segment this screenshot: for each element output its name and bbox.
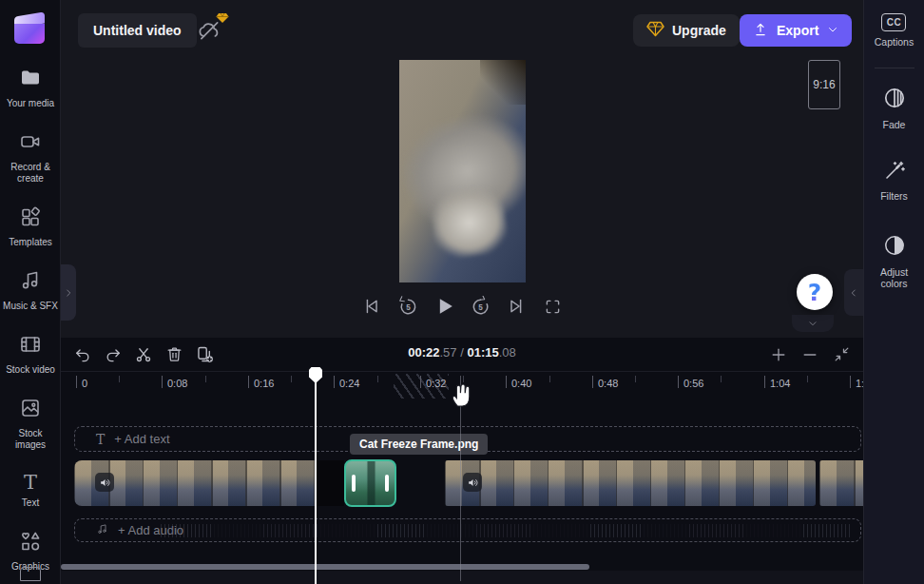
total-frac: .08 <box>499 345 516 360</box>
skip-to-start-button[interactable] <box>360 295 384 319</box>
ruler-tick <box>850 376 851 388</box>
panel-item-fade[interactable]: Fade <box>882 86 907 131</box>
collapse-help-tab[interactable] <box>792 315 834 332</box>
main-area: Untitled video Upgrade Export <box>61 0 863 584</box>
ruler-tick <box>76 376 77 388</box>
play-button[interactable] <box>433 295 456 319</box>
premium-gem-icon <box>216 10 229 22</box>
export-button[interactable]: Export <box>740 14 852 47</box>
zoom-out-button[interactable] <box>799 344 820 365</box>
ruler-label: 0 <box>82 378 87 389</box>
sidebar-item-music-sfx[interactable]: Music & SFX <box>0 269 61 312</box>
export-label: Export <box>777 23 818 38</box>
timecode: 00:22.57 / 01:15.08 <box>408 345 516 360</box>
forward-5s-button[interactable]: 5 <box>469 295 492 319</box>
panel-divider <box>875 68 914 68</box>
video-clip-3[interactable] <box>819 460 863 506</box>
sidebar-item-label: Stock images <box>3 428 58 451</box>
panel-item-adjust-colors[interactable]: Adjust colors <box>868 233 921 290</box>
sidebar-item-stock-video[interactable]: Stock video <box>0 333 61 376</box>
panel-item-label: Adjust colors <box>868 266 921 290</box>
add-audio-track[interactable]: + Add audio <box>74 518 861 542</box>
clipchamp-logo-icon[interactable] <box>14 11 47 44</box>
shapes-icon <box>19 530 42 556</box>
aspect-ratio-label: 9:16 <box>813 78 835 91</box>
trim-handle-right[interactable] <box>385 475 389 492</box>
video-clip-1[interactable] <box>74 460 316 506</box>
ruler-minor-tick <box>205 376 206 382</box>
add-text-label: + Add text <box>114 432 169 446</box>
split-button[interactable] <box>133 344 154 365</box>
duplicate-button[interactable] <box>194 344 215 365</box>
upgrade-label: Upgrade <box>672 23 726 38</box>
undo-button[interactable] <box>72 344 93 365</box>
sidebar-item-text[interactable]: T Text <box>0 472 61 509</box>
selected-freeze-frame-clip[interactable] <box>344 459 396 507</box>
cat-head <box>428 185 510 261</box>
panel-item-label: Captions <box>875 36 914 49</box>
sidebar-item-templates[interactable]: Templates <box>0 205 61 248</box>
rewind-5s-button[interactable]: 5 <box>396 295 420 319</box>
panel-item-captions[interactable]: CC Captions <box>875 13 914 49</box>
current-time: 00:22 <box>408 345 439 360</box>
upgrade-button[interactable]: Upgrade <box>633 14 740 47</box>
filmstrip-icon <box>19 333 42 360</box>
video-preview[interactable] <box>399 60 526 282</box>
video-clip-2[interactable] <box>445 460 816 506</box>
aspect-ratio-button[interactable]: 9:16 <box>808 60 840 109</box>
ruler-tick <box>420 376 421 388</box>
clip-tooltip: Cat Freeze Frame.png <box>350 434 488 455</box>
sidebar-item-label: Stock video <box>6 364 55 376</box>
ruler-label: 0:16 <box>254 378 274 389</box>
panel-item-filters[interactable]: Filters <box>880 159 908 203</box>
adjust-colors-icon <box>882 233 907 262</box>
ruler-minor-tick <box>635 376 636 382</box>
sidebar-item-label: Record & create <box>3 162 58 185</box>
sidebar-item-stock-images[interactable]: Stock images <box>0 397 61 451</box>
timeline-toolbar: 00:22.57 / 01:15.08 <box>61 338 863 371</box>
captions-icon: CC <box>881 13 906 31</box>
delete-button[interactable] <box>164 344 184 365</box>
text-track-icon: T <box>96 432 105 447</box>
upload-icon <box>752 21 769 41</box>
timeline-bottom-strip <box>61 571 863 584</box>
brand-kit-icon[interactable] <box>20 567 41 581</box>
text-icon: T <box>24 472 37 493</box>
filters-icon <box>883 159 906 185</box>
collapse-right-panel-tab[interactable] <box>844 269 863 316</box>
ruler-label: 0:48 <box>598 378 618 389</box>
transport-controls: 5 5 <box>61 291 863 321</box>
sidebar-item-your-media[interactable]: Your media <box>0 67 61 109</box>
redo-button[interactable] <box>103 344 124 365</box>
sidebar-item-label: Music & SFX <box>3 301 58 312</box>
audio-waveform <box>161 524 851 537</box>
ruler-minor-tick <box>549 376 550 382</box>
ruler-minor-tick <box>807 376 808 382</box>
timeline-scrollbar[interactable] <box>61 564 589 570</box>
music-note-icon <box>96 523 108 538</box>
panel-item-label: Fade <box>883 119 906 131</box>
panel-item-label: Filters <box>880 190 908 203</box>
skip-to-end-button[interactable] <box>505 295 529 319</box>
zoom-in-button[interactable] <box>768 344 789 365</box>
help-button[interactable]: ? <box>797 274 833 310</box>
audio-on-icon[interactable] <box>95 473 114 492</box>
trim-handle-left[interactable] <box>352 475 356 492</box>
question-mark-icon: ? <box>808 279 822 306</box>
project-title-text: Untitled video <box>93 23 182 38</box>
timeline-toolbar-left <box>61 344 215 365</box>
project-title[interactable]: Untitled video <box>78 13 197 48</box>
fullscreen-button[interactable] <box>541 295 565 319</box>
svg-text:5: 5 <box>406 302 411 311</box>
ruler-label: 0:08 <box>167 378 187 389</box>
zoom-fit-button[interactable] <box>831 344 852 365</box>
expand-left-panel-tab[interactable] <box>61 264 76 321</box>
clipchamp-editor: Your media Record & create Templates Mus… <box>0 0 924 584</box>
video-track <box>61 460 863 506</box>
ruler-minor-tick <box>721 376 722 382</box>
audio-on-icon[interactable] <box>463 473 482 492</box>
sidebar-item-record-create[interactable]: Record & create <box>0 130 61 185</box>
playhead[interactable] <box>309 366 322 584</box>
total-time: 01:15 <box>467 345 498 360</box>
timeline-toolbar-right <box>768 338 863 371</box>
